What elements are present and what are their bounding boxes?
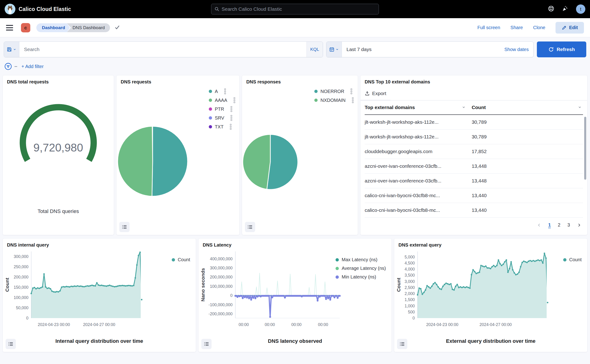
legend-item[interactable]: Average Latency (ns): [336, 266, 386, 271]
panel-title: DNS responses: [242, 76, 358, 84]
legend-actions-icon[interactable]: [230, 124, 231, 130]
table-header: Top external domains Count: [365, 100, 583, 115]
page-number-3[interactable]: 3: [567, 222, 570, 228]
pie-chart-dns-requests[interactable]: [117, 126, 188, 198]
pie-slice-A[interactable]: [152, 126, 188, 196]
legend-actions-icon[interactable]: [234, 98, 235, 103]
domain-cell: jlt-worksh-jlt-workshop-aks-112e...: [365, 130, 472, 144]
panel-options-button[interactable]: [6, 339, 16, 349]
list-icon: [399, 341, 405, 347]
panel-title: DNS Top 10 external domains: [361, 76, 587, 84]
chevron-down-icon[interactable]: [462, 105, 466, 110]
help-icon[interactable]: [548, 6, 554, 13]
query-input-wrap: [19, 42, 306, 57]
count-cell: 30,789: [472, 130, 583, 144]
user-avatar[interactable]: t: [576, 4, 585, 14]
calendar-icon: [329, 47, 334, 52]
breadcrumb-current[interactable]: DNS Dashboard: [65, 23, 110, 32]
time-range-value[interactable]: Last 7 days: [342, 42, 499, 57]
global-search[interactable]: [211, 4, 379, 14]
filter-icon[interactable]: [4, 62, 12, 70]
pie-slice-NOERROR[interactable]: [267, 135, 298, 189]
legend-item[interactable]: SRV: [209, 115, 235, 121]
panel-options-button[interactable]: [245, 222, 255, 232]
legend-item[interactable]: Min Latency (ns): [336, 274, 386, 280]
page-number-1[interactable]: 1: [548, 222, 551, 228]
legend-item[interactable]: NXDOMAIN: [314, 98, 353, 103]
svg-text:0: 0: [26, 316, 28, 320]
table-row: calico-cni-ivan-byocni-03cfb8-mc...13,44…: [365, 188, 583, 203]
legend-actions-icon[interactable]: [351, 89, 352, 94]
panel-dns-internal-query: DNS internal query Count050,000100,00015…: [3, 239, 196, 352]
column-header-domains[interactable]: Top external domains: [365, 100, 472, 114]
legend: AAAAAPTRSRVTXT: [209, 89, 235, 130]
table-row: clouddebugger.googleapis.com17,852: [365, 144, 583, 159]
legend-item[interactable]: AAAA: [209, 98, 235, 103]
svg-text:150,000: 150,000: [14, 285, 29, 290]
legend-label: Count: [178, 257, 190, 262]
date-picker-menu-button[interactable]: [326, 42, 342, 57]
next-page-button[interactable]: [577, 223, 581, 227]
legend-item[interactable]: NOERROR: [314, 89, 353, 94]
saved-query-menu-button[interactable]: [4, 42, 19, 57]
legend-actions-icon[interactable]: [352, 98, 353, 103]
space-avatar[interactable]: c: [21, 23, 30, 32]
svg-text:-200,000,000: -200,000,000: [208, 312, 233, 316]
menu-icon[interactable]: [6, 25, 13, 31]
export-button[interactable]: Export: [361, 84, 390, 100]
svg-text:500: 500: [408, 310, 415, 314]
svg-text:1,500: 1,500: [404, 297, 415, 302]
dashboard-toolbar: c Dashboard DNS Dashboard Full screen Sh…: [0, 18, 590, 37]
newsfeed-cheer-icon[interactable]: [562, 6, 568, 13]
x-axis-title: Internal query distribution over time: [3, 338, 196, 344]
query-search-input[interactable]: [24, 47, 302, 52]
gauge-chart[interactable]: 9,720,980: [13, 101, 104, 172]
legend-label: Max Latency (ns): [342, 257, 377, 262]
pie-slice-AAAA[interactable]: [118, 126, 153, 196]
share-button[interactable]: Share: [511, 25, 523, 30]
chevron-down-icon[interactable]: [578, 105, 582, 110]
pie-slice-NXDOMAIN[interactable]: [243, 135, 270, 189]
column-header-count[interactable]: Count: [472, 100, 583, 114]
legend-item[interactable]: TXT: [209, 124, 235, 130]
global-search-input[interactable]: [222, 6, 375, 12]
legend: NOERRORNXDOMAIN: [314, 89, 353, 103]
legend-item[interactable]: PTR: [209, 106, 235, 112]
panel-options-button[interactable]: [397, 339, 407, 349]
legend-actions-icon[interactable]: [231, 115, 232, 121]
area-chart-external-query[interactable]: Count05001,0001,5002,0002,5003,0003,5004…: [394, 248, 587, 331]
svg-text:00:00: 00:00: [265, 322, 275, 327]
legend-label: SRV: [215, 115, 224, 121]
legend-item[interactable]: Count: [563, 257, 582, 262]
panel-options-button[interactable]: [201, 339, 212, 349]
kql-toggle[interactable]: KQL: [306, 42, 323, 57]
add-filter-button[interactable]: + Add filter: [21, 64, 44, 69]
legend-label: NXDOMAIN: [320, 98, 346, 103]
breadcrumb-dashboard[interactable]: Dashboard: [36, 23, 67, 32]
page-number-2[interactable]: 2: [558, 222, 560, 228]
panel-options-button[interactable]: [119, 222, 130, 232]
legend-item[interactable]: Max Latency (ns): [336, 257, 386, 262]
refresh-button[interactable]: Refresh: [537, 41, 586, 57]
legend-dot-icon: [336, 267, 339, 270]
screen: Calico Cloud Elastic t c Dashboard: [0, 0, 590, 364]
fullscreen-button[interactable]: Full screen: [477, 25, 500, 30]
pie-chart-dns-responses[interactable]: [242, 134, 298, 191]
legend: Count: [172, 257, 190, 262]
app-logo-icon[interactable]: [5, 4, 15, 14]
table-scrollbar[interactable]: [584, 117, 586, 180]
legend-actions-icon[interactable]: [224, 89, 226, 94]
area-chart-internal-query[interactable]: Count050,000100,000150,000200,000250,000…: [3, 248, 196, 331]
table-body: jlt-worksh-jlt-workshop-aks-112e...30,78…: [365, 115, 583, 218]
legend: Count: [563, 257, 582, 262]
panel-dns-total-requests: DNS total requests 9,720,980 Total DNS q…: [3, 76, 114, 235]
legend-actions-icon[interactable]: [231, 106, 232, 112]
panel-title: DNS Latency: [199, 239, 391, 248]
clone-button[interactable]: Clone: [533, 25, 545, 30]
edit-button[interactable]: Edit: [556, 22, 584, 33]
show-dates-button[interactable]: Show dates: [499, 42, 533, 57]
legend-item[interactable]: A: [209, 89, 235, 94]
legend-item[interactable]: Count: [172, 257, 190, 262]
x-axis-title: DNS latency observed: [199, 338, 391, 344]
prev-page-button[interactable]: [537, 223, 541, 227]
